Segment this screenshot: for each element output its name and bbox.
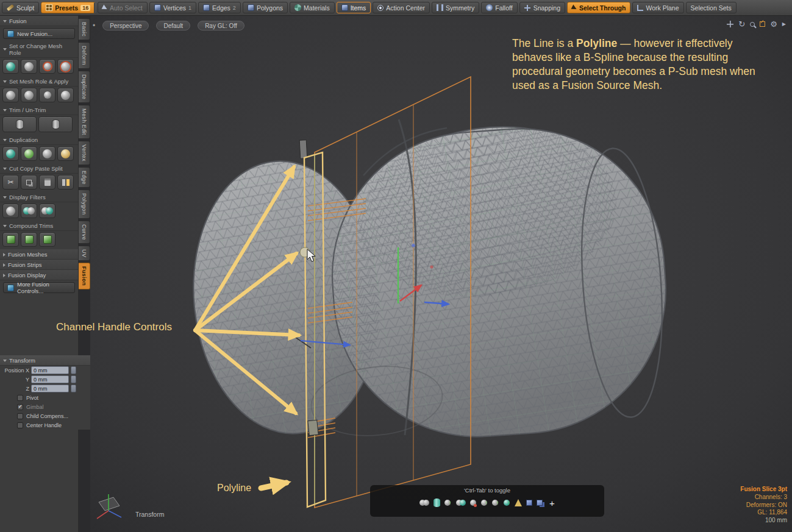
toolbar-item-snapping[interactable]: Snapping bbox=[519, 2, 565, 13]
value-stepper[interactable] bbox=[71, 366, 76, 374]
add-tool-button[interactable]: + bbox=[549, 498, 555, 508]
tab-polygon[interactable]: Polygon bbox=[79, 190, 90, 218]
polyline-bottom-handle[interactable] bbox=[308, 420, 318, 435]
mesh-role-primary-button[interactable] bbox=[2, 59, 19, 74]
mesh-role-section-header[interactable]: Set or Change Mesh Role bbox=[0, 41, 78, 58]
role-apply-button-3[interactable] bbox=[39, 88, 55, 102]
tab-fusion[interactable]: Fusion bbox=[79, 263, 90, 289]
toolbar-item-edges[interactable]: Edges 2 bbox=[198, 2, 241, 13]
compound-trims-section-header[interactable]: Compound Trims bbox=[0, 221, 78, 231]
role-apply-button-2[interactable] bbox=[21, 88, 37, 102]
toolbar-item-items[interactable]: Items bbox=[337, 2, 371, 13]
toolbar-item-vertices[interactable]: Vertices 1 bbox=[149, 2, 196, 13]
fusion-popup-icon-3[interactable]: ↑ bbox=[444, 496, 452, 509]
fusion-popup-icon-8[interactable]: ↑ bbox=[504, 496, 511, 509]
top-toolbar: Sculpt Presets 16 Auto Select Vertices 1… bbox=[0, 0, 792, 16]
fusion-popup-icon-7[interactable]: ↑ bbox=[492, 496, 499, 509]
duplication-button-4[interactable] bbox=[57, 146, 74, 161]
duplication-section-header[interactable]: Duplication bbox=[0, 135, 78, 145]
fusion-popup-icon-2[interactable] bbox=[433, 496, 440, 509]
view-mode-dropdown[interactable]: Perspective bbox=[102, 21, 149, 30]
toolbar-item-work-plane[interactable]: Work Plane bbox=[632, 2, 683, 13]
fusion-popup-icon-6[interactable]: ↑ bbox=[481, 496, 488, 509]
fusion-display-row[interactable]: Fusion Display bbox=[0, 270, 78, 280]
child-compensate-checkbox[interactable] bbox=[17, 413, 23, 419]
gimbal-checkbox[interactable]: ✔ bbox=[17, 404, 23, 410]
fusion-popup-icon-4[interactable] bbox=[456, 496, 466, 509]
tab-curve[interactable]: Curve bbox=[79, 221, 90, 244]
duplication-button-1[interactable] bbox=[2, 146, 19, 161]
fusion-section-header[interactable]: Fusion bbox=[0, 16, 78, 26]
compound-trim-button-3[interactable] bbox=[39, 232, 55, 247]
value-stepper[interactable] bbox=[71, 385, 76, 392]
zoom-icon[interactable] bbox=[750, 22, 755, 27]
tab-mesh-edit[interactable]: Mesh Edit bbox=[79, 105, 90, 139]
compound-trim-button-1[interactable] bbox=[2, 232, 19, 247]
mesh-role-subtract-button[interactable] bbox=[39, 59, 55, 74]
polyline-top-handle[interactable] bbox=[299, 140, 307, 159]
value-stepper[interactable] bbox=[71, 375, 76, 383]
mesh-role-trim-button[interactable] bbox=[21, 59, 37, 74]
toolbar-item-select-through[interactable]: Select Through bbox=[567, 2, 630, 13]
toolbar-item-polygons[interactable]: Polygons bbox=[243, 2, 288, 13]
display-filter-button-1[interactable] bbox=[2, 204, 19, 218]
position-y-input[interactable] bbox=[31, 375, 69, 383]
shading-mode-dropdown[interactable]: Default bbox=[156, 21, 190, 30]
fusion-meshes-row[interactable]: Fusion Meshes bbox=[0, 249, 78, 260]
fusion-popup-icon-1[interactable] bbox=[419, 496, 429, 509]
transform-panel-header[interactable]: Transform bbox=[0, 355, 90, 366]
raygl-dropdown[interactable]: Ray GL: Off bbox=[198, 21, 244, 30]
toolbar-item-presets[interactable]: Presets 16 bbox=[41, 2, 95, 13]
duplication-button-3[interactable] bbox=[39, 146, 55, 161]
role-apply-section-header[interactable]: Set Mesh Role & Apply bbox=[0, 76, 78, 87]
copy-button[interactable] bbox=[21, 175, 37, 190]
toolbar-item-symmetry[interactable]: Symmetry bbox=[432, 2, 479, 13]
duplication-button-2[interactable] bbox=[21, 146, 37, 161]
trim-section-header[interactable]: Trim / Un-Trim bbox=[0, 105, 78, 115]
compound-trim-button-2[interactable] bbox=[21, 232, 37, 247]
tab-deform[interactable]: Deform bbox=[79, 42, 90, 69]
toolbar-item-action-center[interactable]: Action Center bbox=[373, 2, 430, 13]
cut-copy-paste-section-header[interactable]: Cut Copy Paste Split bbox=[0, 163, 78, 174]
role-apply-button-1[interactable] bbox=[2, 88, 19, 102]
fusion-popup-icon-9[interactable] bbox=[515, 496, 522, 509]
toolbar-item-falloff[interactable]: Falloff bbox=[481, 2, 517, 13]
display-filter-button-3[interactable] bbox=[39, 204, 55, 218]
3d-scene-canvas[interactable] bbox=[90, 16, 792, 532]
mesh-role-intersect-button[interactable] bbox=[57, 59, 74, 74]
more-fusion-controls-button[interactable]: More Fusion Controls... bbox=[3, 282, 75, 293]
expand-icon[interactable]: ▶ bbox=[782, 22, 786, 27]
maximize-icon[interactable] bbox=[760, 21, 765, 27]
split-button[interactable] bbox=[57, 175, 74, 190]
gear-icon[interactable]: ⚙ bbox=[770, 20, 777, 28]
paste-button[interactable] bbox=[39, 175, 55, 190]
rotate-icon[interactable]: ↻ bbox=[738, 20, 745, 28]
menu-dot-icon[interactable]: • bbox=[93, 22, 95, 29]
tab-edge[interactable]: Edge bbox=[79, 167, 90, 188]
display-filter-button-2[interactable] bbox=[21, 204, 37, 218]
fusion-strips-row[interactable]: Fusion Strips bbox=[0, 260, 78, 270]
toolbar-item-selection-sets[interactable]: Selection Sets bbox=[686, 2, 737, 13]
cut-button[interactable]: ✂ bbox=[2, 175, 19, 190]
center-handle-checkbox[interactable] bbox=[17, 422, 23, 428]
fusion-popup-icon-11[interactable] bbox=[537, 496, 543, 509]
role-apply-button-4[interactable] bbox=[57, 88, 74, 102]
position-x-input[interactable] bbox=[31, 366, 69, 374]
display-filters-section-header[interactable]: Display Filters bbox=[0, 192, 78, 202]
cylinder-icon bbox=[16, 119, 24, 129]
fusion-popup-icon-5[interactable] bbox=[470, 496, 477, 509]
tab-duplicate[interactable]: Duplicate bbox=[79, 71, 90, 103]
tab-uv[interactable]: UV bbox=[79, 246, 90, 261]
toolbar-item-auto-select[interactable]: Auto Select bbox=[98, 2, 148, 13]
position-z-input[interactable] bbox=[31, 385, 69, 392]
toolbar-item-sculpt[interactable]: Sculpt bbox=[2, 2, 39, 13]
toolbar-item-materials[interactable]: Materials bbox=[290, 2, 335, 13]
trim-button[interactable] bbox=[2, 116, 37, 132]
pivot-checkbox[interactable] bbox=[17, 395, 23, 401]
untrim-button[interactable] bbox=[38, 116, 73, 132]
pan-icon[interactable] bbox=[727, 21, 733, 27]
tab-basic[interactable]: Basic bbox=[79, 18, 90, 40]
tab-vertex[interactable]: Vertex bbox=[79, 141, 90, 165]
new-fusion-button[interactable]: New Fusion... bbox=[3, 28, 75, 39]
fusion-popup-icon-10[interactable] bbox=[526, 496, 532, 509]
